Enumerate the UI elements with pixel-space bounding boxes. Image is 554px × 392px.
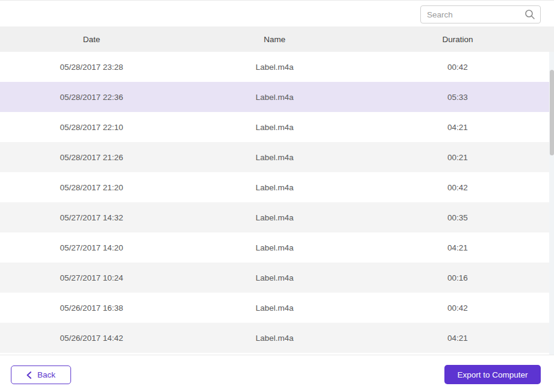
row-date: 05/27/2017 14:20: [0, 243, 183, 252]
row-name: Label.m4a: [183, 334, 366, 343]
row-name: Label.m4a: [183, 273, 366, 282]
row-duration: 04:21: [366, 123, 549, 132]
search-icon[interactable]: [524, 9, 535, 20]
topbar: [0, 1, 554, 26]
table-row[interactable]: 05/27/2017 14:20 Label.m4a 04:21: [0, 232, 554, 263]
back-button[interactable]: Back: [11, 366, 71, 384]
row-duration: 00:35: [366, 213, 549, 222]
search-input-container[interactable]: [420, 5, 541, 23]
scrollbar-thumb[interactable]: [550, 70, 554, 155]
table-row[interactable]: 05/28/2017 21:20 Label.m4a 00:42: [0, 172, 554, 202]
row-duration: 04:21: [366, 334, 549, 343]
export-to-computer-button[interactable]: Export to Computer: [444, 365, 541, 384]
export-recordings-window: Date Name Duration 05/28/2017 23:28 Labe…: [0, 0, 554, 392]
table-row[interactable]: 05/27/2017 10:24 Label.m4a 00:16: [0, 263, 554, 293]
footer: Back Export to Computer: [0, 355, 554, 392]
row-date: 05/28/2017 22:36: [0, 93, 183, 102]
row-name: Label.m4a: [183, 63, 366, 72]
row-duration: 00:16: [366, 273, 549, 282]
table-header: Date Name Duration: [0, 26, 554, 52]
row-name: Label.m4a: [183, 183, 366, 192]
row-date: 05/28/2017 23:28: [0, 63, 183, 72]
row-duration: 05:33: [366, 93, 549, 102]
chevron-left-icon: [26, 372, 31, 379]
row-date: 05/26/2017 14:42: [0, 334, 183, 343]
row-name: Label.m4a: [183, 153, 366, 162]
back-button-label: Back: [37, 370, 55, 379]
table-row[interactable]: 05/28/2017 22:10 Label.m4a 04:21: [0, 112, 554, 142]
table-row[interactable]: 05/28/2017 21:26 Label.m4a 00:21: [0, 142, 554, 172]
search-input[interactable]: [427, 6, 523, 23]
table-row[interactable]: 05/28/2017 22:36 Label.m4a 05:33: [0, 82, 554, 112]
row-name: Label.m4a: [183, 123, 366, 132]
row-duration: 00:42: [366, 303, 549, 313]
row-date: 05/27/2017 14:32: [0, 213, 183, 222]
row-date: 05/26/2017 16:38: [0, 303, 183, 313]
scrollbar-track[interactable]: [549, 52, 554, 355]
row-name: Label.m4a: [183, 213, 366, 222]
row-duration: 00:42: [366, 63, 549, 72]
row-date: 05/27/2017 10:24: [0, 273, 183, 282]
row-duration: 00:42: [366, 183, 549, 192]
row-date: 05/28/2017 21:20: [0, 183, 183, 192]
row-name: Label.m4a: [183, 93, 366, 102]
table-row[interactable]: 05/26/2017 16:38 Label.m4a 00:42: [0, 293, 554, 323]
row-name: Label.m4a: [183, 243, 366, 252]
column-header-name: Name: [183, 35, 366, 44]
row-name: Label.m4a: [183, 303, 366, 313]
row-duration: 00:21: [366, 153, 549, 162]
row-date: 05/28/2017 21:26: [0, 153, 183, 162]
table-row[interactable]: 05/26/2017 14:42 Label.m4a 04:21: [0, 323, 554, 353]
table-row[interactable]: 05/27/2017 14:32 Label.m4a 00:35: [0, 202, 554, 232]
column-header-date: Date: [0, 35, 183, 44]
row-duration: 04:21: [366, 243, 549, 252]
row-date: 05/28/2017 22:10: [0, 123, 183, 132]
table-row[interactable]: 05/28/2017 23:28 Label.m4a 00:42: [0, 52, 554, 82]
column-header-duration: Duration: [366, 35, 549, 44]
recordings-list: 05/28/2017 23:28 Label.m4a 00:42 05/28/2…: [0, 52, 554, 353]
